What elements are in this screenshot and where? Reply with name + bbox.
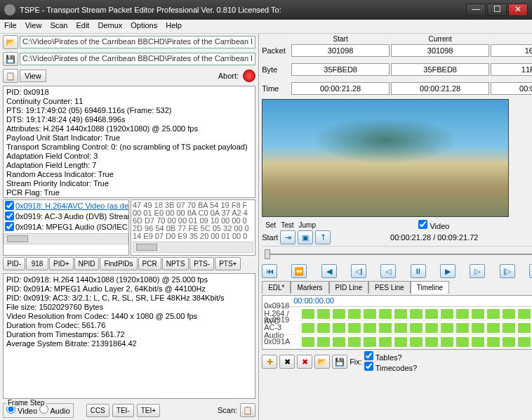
pid-checkbox-0919: 0x0919: AC-3 Audio (DVB) Stream bbox=[4, 211, 128, 221]
frame-audio-radio: Audio bbox=[39, 407, 70, 415]
menu-demux[interactable]: Demux bbox=[98, 21, 122, 32]
set-start-button[interactable]: ⇥ bbox=[280, 230, 295, 244]
step-back-button[interactable]: ◀ bbox=[321, 264, 337, 278]
video-checkbox: Video bbox=[418, 220, 449, 230]
abort-label: Abort: bbox=[218, 72, 239, 80]
timeline-panel[interactable]: 00:00:00.0000:09:21.72 0x0918H.264 / AVC… bbox=[262, 295, 532, 350]
tab-pidline[interactable]: PID Line bbox=[329, 281, 368, 294]
pid-checkbox-091a: 0x091A: MPEG1 Audio (ISO/IEC 1 bbox=[4, 221, 128, 232]
pid-list[interactable]: 0x0918: H.264/AVC Video (as defi 0x0919:… bbox=[3, 199, 129, 256]
pid-minus-button[interactable]: PID- bbox=[3, 257, 25, 270]
menu-file[interactable]: File bbox=[4, 21, 17, 32]
status-text: I Slice bbox=[259, 374, 532, 384]
save-path-field[interactable]: C:\Video\Pirates of the Carribean BBCHD\… bbox=[20, 53, 255, 65]
menubar: File View Scan Edit Demux Options Help bbox=[0, 20, 532, 34]
timeline-track-0918: 0x0918H.264 / AVC bbox=[262, 307, 532, 321]
pid-plus-button[interactable]: PID+ bbox=[49, 257, 74, 270]
findpids-button[interactable]: FindPIDs bbox=[100, 257, 137, 270]
menu-help[interactable]: Help bbox=[166, 21, 182, 32]
tab-edl[interactable]: EDL* bbox=[262, 281, 291, 294]
time-current-field[interactable] bbox=[391, 82, 489, 95]
time-start-field[interactable] bbox=[291, 82, 390, 95]
timeline-track-0919: 0x0919AC-3 Audio bbox=[262, 321, 532, 335]
frame-video-radio: Video bbox=[6, 407, 37, 415]
position-display: 00:00:21.28 / 00:09:21.72 bbox=[333, 233, 532, 242]
minimize-button[interactable]: — bbox=[466, 4, 486, 16]
hex-view[interactable]: 47 49 18 3B 07 70 BA 54 19 F8 F 00 01 E0… bbox=[131, 199, 255, 256]
view-icon[interactable]: 📋 bbox=[3, 69, 18, 83]
close-button[interactable]: ✕ bbox=[508, 4, 528, 16]
maximize-button[interactable]: ☐ bbox=[487, 4, 507, 16]
frame-fwd-button[interactable]: |▷ bbox=[500, 264, 515, 278]
delete-button[interactable]: ✖ bbox=[279, 355, 295, 369]
npts-button[interactable]: NPTS bbox=[162, 257, 189, 270]
menu-options[interactable]: Options bbox=[131, 21, 157, 32]
pcr-button[interactable]: PCR bbox=[138, 257, 161, 270]
pause-button[interactable]: ⏸ bbox=[411, 264, 426, 278]
stream-summary-pane[interactable]: PID: 0x0918: H.264 1440x1088 (1920x1080)… bbox=[3, 273, 255, 399]
packet-end-field[interactable] bbox=[491, 44, 532, 57]
menu-view[interactable]: View bbox=[25, 21, 42, 32]
tab-bar: EDL* Markers PID Line PES Line Timeline bbox=[259, 280, 532, 295]
save-icon-2[interactable]: 💾 bbox=[332, 355, 347, 369]
add-button[interactable]: ✚ bbox=[262, 355, 277, 369]
rewind-full-button[interactable]: ⏮ bbox=[262, 264, 277, 278]
window-title: TSPE - Transport Stream Packet Editor Pr… bbox=[20, 6, 466, 14]
tab-markers[interactable]: Markers bbox=[291, 281, 328, 294]
remove-button[interactable]: ✖ bbox=[297, 355, 312, 369]
open-icon[interactable]: 📂 bbox=[314, 355, 330, 369]
fix-label: Fix: bbox=[350, 357, 362, 366]
ccs-button[interactable]: CCS bbox=[86, 404, 109, 417]
scan-button[interactable]: 📋 bbox=[240, 403, 255, 417]
menu-edit[interactable]: Edit bbox=[76, 21, 89, 32]
byte-start-field[interactable] bbox=[291, 63, 390, 76]
tei-minus-button[interactable]: TEI- bbox=[112, 404, 134, 417]
tab-pesline[interactable]: PES Line bbox=[368, 281, 411, 294]
pid-value-field[interactable] bbox=[26, 257, 48, 270]
position-grid: Start Current End Packet Byte Hex Time bbox=[259, 34, 532, 96]
timeline-track-091a: 0x091A bbox=[262, 335, 532, 349]
fix-tables-checkbox: Tables? bbox=[364, 353, 402, 362]
jump-start-button[interactable]: ⤒ bbox=[315, 230, 331, 244]
npid-button[interactable]: NPID bbox=[74, 257, 100, 270]
packet-info-pane[interactable]: PID: 0x0918 Continuity Counter: 11 PTS: … bbox=[3, 86, 255, 198]
tei-plus-button[interactable]: TEI+ bbox=[137, 404, 160, 417]
pts-plus-button[interactable]: PTS+ bbox=[215, 257, 241, 270]
test-start-button[interactable]: ▣ bbox=[298, 230, 313, 244]
start-label: Start bbox=[262, 233, 278, 242]
position-slider[interactable] bbox=[262, 246, 532, 261]
frame-back-button[interactable]: ◁| bbox=[351, 264, 366, 278]
abort-button[interactable] bbox=[243, 70, 255, 82]
rewind-fast-button[interactable]: ⏪ bbox=[291, 264, 307, 278]
play-button[interactable]: ▶ bbox=[440, 264, 455, 278]
packet-start-field[interactable] bbox=[291, 44, 390, 57]
open-path-field[interactable]: C:\Video\Pirates of the Carribean BBCHD\… bbox=[20, 36, 255, 48]
prev-button[interactable]: ◁ bbox=[380, 264, 396, 278]
byte-end-field[interactable] bbox=[491, 63, 532, 76]
video-preview bbox=[262, 99, 509, 217]
open-folder-icon[interactable]: 📂 bbox=[3, 35, 18, 49]
next-button[interactable]: ▷ bbox=[470, 264, 485, 278]
transport-controls: ⏮ ⏪ ◀ ◁| ◁ ⏸ ▶ ▷ |▷ ▶ ⏩ ⏭ bbox=[259, 263, 532, 280]
frame-step-group: Frame Step Video Audio bbox=[3, 403, 74, 418]
fix-timecodes-checkbox: Timecodes? bbox=[364, 364, 417, 372]
view-button[interactable]: View bbox=[20, 70, 46, 82]
pid-checkbox-0918: 0x0918: H.264/AVC Video (as defi bbox=[4, 200, 128, 211]
time-end-field[interactable] bbox=[491, 82, 532, 95]
scan-label: Scan: bbox=[218, 406, 237, 414]
tab-timeline[interactable]: Timeline bbox=[411, 281, 449, 294]
pts-minus-button[interactable]: PTS- bbox=[189, 257, 214, 270]
menu-scan[interactable]: Scan bbox=[50, 21, 67, 32]
titlebar: TSPE - Transport Stream Packet Editor Pr… bbox=[0, 0, 532, 20]
step-fwd-button[interactable]: ▶ bbox=[529, 264, 532, 278]
save-icon[interactable]: 💾 bbox=[3, 52, 18, 66]
byte-current-field[interactable] bbox=[391, 63, 489, 76]
app-icon bbox=[4, 4, 15, 15]
packet-current-field[interactable] bbox=[391, 44, 489, 57]
